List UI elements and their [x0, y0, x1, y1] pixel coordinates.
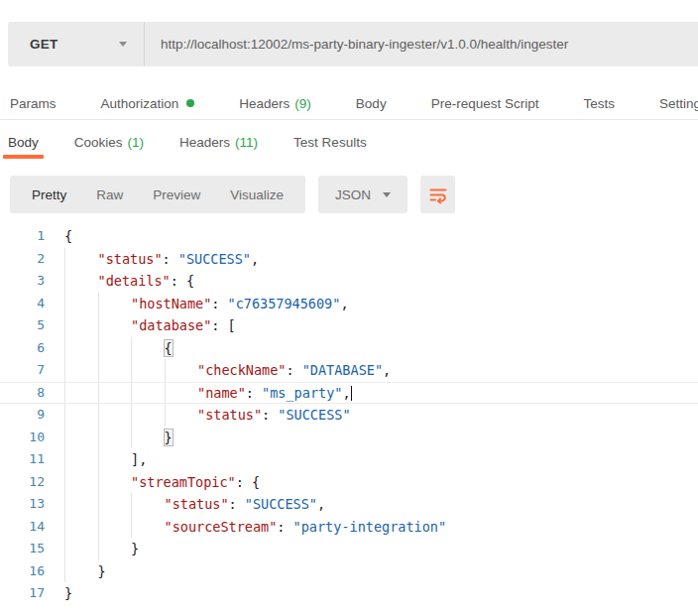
json-punctuation: }: [64, 585, 72, 601]
code-line[interactable]: 2 "status": "SUCCESS",: [0, 248, 698, 271]
indent-guide: [165, 404, 198, 427]
indent-guide: [64, 493, 98, 516]
indent-guide: [165, 383, 198, 404]
indent-guide: [98, 383, 132, 404]
code-line[interactable]: 15 }: [0, 538, 698, 560]
response-tab-count: (1): [128, 135, 145, 150]
view-mode-pretty[interactable]: Pretty: [17, 187, 81, 202]
postman-window: GET http://localhost:12002/ms-party-bina…: [0, 0, 698, 616]
request-tab-pre-request-script[interactable]: Pre-request Script: [431, 96, 539, 111]
wrap-text-button[interactable]: [420, 176, 455, 213]
code-line-content: "database": [: [45, 314, 236, 337]
json-string: "SUCCESS": [278, 407, 350, 423]
line-number: 11: [0, 448, 45, 471]
response-tab-test-results[interactable]: Test Results: [289, 131, 372, 159]
json-punctuation: }: [98, 563, 106, 579]
json-punctuation: :: [246, 385, 262, 401]
code-line-content: "status": "SUCCESS",: [45, 248, 259, 271]
code-line[interactable]: 4 "hostName": "c76357945609",: [0, 293, 698, 315]
method-selector[interactable]: GET: [8, 22, 145, 66]
json-punctuation: }: [131, 541, 139, 556]
json-punctuation: :: [163, 251, 178, 267]
response-tab-body[interactable]: Body: [3, 131, 44, 159]
indent-guide: [64, 293, 98, 315]
request-tab-body[interactable]: Body: [356, 96, 387, 111]
code-line[interactable]: 6 {: [0, 337, 698, 360]
response-tab-headers[interactable]: Headers(11): [174, 131, 263, 159]
code-line-content: }: [45, 582, 72, 605]
method-label: GET: [30, 37, 58, 52]
request-tab-label: Tests: [583, 96, 615, 111]
indent-guide: [98, 404, 132, 427]
json-punctuation: ,: [342, 385, 350, 401]
indent-guide: [64, 448, 98, 471]
response-tab-count: (11): [235, 135, 258, 150]
indent-guide: [165, 359, 198, 382]
json-punctuation: }: [165, 430, 173, 445]
indent-guide: [98, 427, 132, 449]
line-number: 6: [0, 337, 45, 360]
indent-guide: [64, 404, 98, 427]
line-number: 15: [0, 538, 45, 560]
json-key: "checkName": [197, 362, 286, 378]
request-tab-label: Headers: [239, 96, 290, 111]
code-line[interactable]: 3 "details": {: [0, 270, 698, 293]
request-tab-params[interactable]: Params: [10, 96, 57, 111]
code-line-content: "name": "ms_party",: [45, 383, 352, 404]
code-line[interactable]: 16 }: [0, 560, 698, 583]
json-punctuation: ],: [131, 451, 147, 467]
code-line[interactable]: 10 }: [0, 427, 698, 449]
code-line[interactable]: 8 "name": "ms_party",: [0, 382, 698, 405]
json-punctuation: : {: [236, 474, 260, 490]
json-key: "details": [98, 273, 171, 289]
code-line[interactable]: 11 ],: [0, 448, 698, 471]
request-tab-settings[interactable]: Settings: [659, 96, 698, 111]
json-punctuation: :: [211, 296, 227, 311]
request-tab-label: Params: [10, 96, 57, 111]
request-tab-authorization[interactable]: Authorization: [101, 96, 195, 111]
line-number: 9: [0, 404, 45, 427]
request-tab-label: Body: [356, 96, 387, 111]
json-key: "status": [197, 407, 262, 423]
view-mode-raw[interactable]: Raw: [81, 187, 138, 202]
indent-guide: [64, 560, 98, 583]
request-tab-label: Settings: [659, 96, 698, 111]
code-line[interactable]: 1{: [0, 225, 698, 248]
response-tab-cookies[interactable]: Cookies(1): [69, 131, 149, 159]
indent-guide: [98, 493, 132, 516]
request-url-bar: GET http://localhost:12002/ms-party-bina…: [8, 22, 698, 66]
language-label: JSON: [335, 187, 371, 202]
url-input[interactable]: http://localhost:12002/ms-party-binary-i…: [145, 22, 698, 66]
indent-guide: [64, 359, 98, 382]
language-selector[interactable]: JSON: [318, 176, 407, 213]
auth-configured-dot-icon: [186, 99, 194, 107]
view-mode-preview[interactable]: Preview: [138, 187, 215, 202]
code-line[interactable]: 5 "database": [: [0, 314, 698, 337]
line-number: 4: [0, 293, 45, 315]
code-line[interactable]: 14 "sourceStream": "party-integration": [0, 516, 698, 539]
code-line[interactable]: 17}: [0, 582, 698, 605]
json-string: "party-integration": [293, 519, 446, 535]
line-number: 8: [0, 383, 45, 404]
code-line-content: "details": {: [45, 270, 194, 293]
line-number: 14: [0, 516, 45, 539]
code-line[interactable]: 9 "status": "SUCCESS": [0, 404, 698, 427]
code-line[interactable]: 13 "status": "SUCCESS",: [0, 493, 698, 516]
json-string: "ms_party": [262, 385, 342, 401]
indent-guide: [98, 293, 132, 315]
json-punctuation: ,: [317, 496, 325, 512]
view-mode-visualize[interactable]: Visualize: [215, 187, 298, 202]
line-number: 2: [0, 248, 45, 271]
code-line[interactable]: 7 "checkName": "DATABASE",: [0, 359, 698, 382]
code-line[interactable]: 12 "streamTopic": {: [0, 471, 698, 494]
response-tab-label: Cookies: [74, 135, 123, 150]
json-punctuation: :: [277, 519, 292, 535]
request-tab-headers[interactable]: Headers(9): [239, 96, 311, 111]
request-tab-tests[interactable]: Tests: [583, 96, 615, 111]
code-line-content: "sourceStream": "party-integration": [45, 516, 446, 539]
response-view-toolbar: PrettyRawPreviewVisualize JSON: [10, 176, 455, 213]
chevron-down-icon: [119, 42, 127, 47]
json-key: "database": [131, 317, 211, 333]
json-punctuation: ,: [340, 296, 348, 311]
code-editor[interactable]: 1{2 "status": "SUCCESS",3 "details": {4 …: [0, 225, 698, 605]
